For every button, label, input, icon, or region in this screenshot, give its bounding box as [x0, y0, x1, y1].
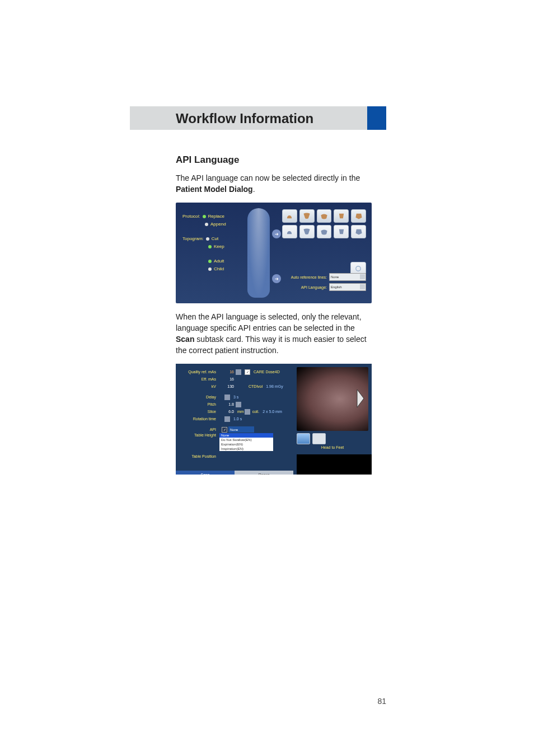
scan-preview-panel: Head to Feet: [297, 367, 368, 449]
age-adult-label: Adult: [214, 257, 224, 265]
pmd-options-panel: Protocol: Replace Append Topogram:: [182, 213, 244, 280]
region-button[interactable]: [351, 225, 366, 238]
topogram-group: Topogram: Cut Keep: [182, 235, 244, 251]
effmas-label: Eff. mAs: [176, 377, 218, 381]
topogram-cut-radio[interactable]: [206, 237, 209, 241]
para2-post: subtask card. This way it is much easier…: [176, 335, 367, 355]
pitch-label: Pitch: [176, 402, 218, 406]
autoref-value: None: [331, 275, 339, 279]
protocol-replace-radio[interactable]: [203, 215, 206, 218]
tab-scan[interactable]: Scan: [176, 471, 235, 475]
age-child-radio[interactable]: [208, 267, 212, 271]
svg-point-0: [356, 266, 360, 271]
para2-pre: When the API language is selected, only …: [176, 312, 362, 332]
qref-spinner[interactable]: [236, 369, 241, 375]
pitch-spinner[interactable]: [236, 402, 241, 407]
page-number: 81: [377, 697, 386, 706]
age-child-label: Child: [214, 265, 224, 273]
delay-label: Delay: [176, 395, 218, 399]
region-button[interactable]: [282, 225, 297, 238]
protocol-replace-label: Replace: [208, 213, 224, 220]
svg-marker-1: [357, 389, 364, 407]
scan-tabs: Scan Recon: [176, 471, 293, 475]
region-button[interactable]: [282, 209, 297, 223]
apilang-value: English: [331, 285, 342, 289]
slice-spinner[interactable]: [245, 409, 250, 415]
api-dropdown-list: None Do Not Swallow(EN) Expiration(EN) I…: [219, 433, 273, 451]
api-label: API: [176, 428, 218, 431]
body-model-icon[interactable]: [247, 208, 270, 298]
para2-bold: Scan: [176, 335, 194, 344]
intro-bold: Patient Model Dialog: [176, 185, 253, 194]
header-accent-box: [367, 106, 386, 130]
qref-label: Quality ref. mAs: [176, 370, 218, 374]
topogram-keep-radio[interactable]: [208, 245, 212, 248]
delay-value: 3 s: [233, 395, 238, 399]
tablepos-label: Table Position: [176, 454, 218, 458]
topogram-keep-label: Keep: [214, 243, 224, 251]
kv-label: kV: [176, 384, 218, 388]
para2: When the API language is selected, only …: [176, 311, 372, 356]
region-button[interactable]: [351, 209, 366, 223]
autoref-label: Auto reference lines:: [291, 275, 327, 279]
intro-text-pre: The API language can now be selected dir…: [176, 173, 360, 182]
orientation-icon-2[interactable]: [312, 433, 326, 444]
age-group: Adult Child: [182, 257, 244, 273]
pmd-dropdowns: Auto reference lines: None API Language:…: [291, 273, 366, 291]
coll-label: coll.: [252, 410, 259, 414]
figure-patient-model-dialog: Protocol: Replace Append Topogram:: [176, 203, 372, 303]
protocol-append-radio[interactable]: [205, 223, 208, 226]
delay-spinner[interactable]: [224, 395, 230, 400]
rot-value: 1.0 s: [233, 417, 242, 421]
tableheight-label: Table Height: [176, 433, 218, 437]
api-select[interactable]: None: [228, 426, 254, 433]
orientation-icon-1[interactable]: [297, 433, 310, 444]
tab-recon[interactable]: Recon: [235, 471, 293, 475]
api-option-inspiration[interactable]: Inspiration(EN): [219, 447, 273, 451]
scan-params-panel: Quality ref. mAs 16 ✓ CARE Dose4D Eff. m…: [176, 364, 293, 475]
region-button[interactable]: [317, 209, 332, 223]
kv-value[interactable]: 130: [218, 384, 235, 388]
api-select-value: None: [230, 428, 238, 431]
region-button[interactable]: [334, 225, 349, 238]
qref-value[interactable]: 16: [218, 370, 235, 374]
pitch-value[interactable]: 1.8: [218, 402, 235, 406]
play-icon[interactable]: [355, 387, 366, 410]
chapter-header-bar: Workflow Information: [130, 106, 386, 130]
arrow-right-icon[interactable]: ➔: [272, 229, 281, 238]
scan-black-strip: [297, 454, 372, 475]
api-option-donotswallow[interactable]: Do Not Swallow(EN): [219, 438, 273, 442]
api-checkbox[interactable]: ✓: [222, 427, 227, 433]
region-button[interactable]: [299, 209, 315, 223]
content-column: API Language The API language can now be…: [176, 154, 372, 482]
region-button[interactable]: [299, 225, 315, 238]
scan-subtask-card: Quality ref. mAs 16 ✓ CARE Dose4D Eff. m…: [176, 364, 372, 475]
protocol-label: Protocol:: [182, 213, 200, 220]
protocol-append-label: Append: [210, 220, 226, 228]
age-adult-radio[interactable]: [208, 260, 212, 263]
figure-scan-card: Quality ref. mAs 16 ✓ CARE Dose4D Eff. m…: [176, 364, 372, 475]
topogram-label: Topogram:: [182, 235, 204, 243]
scan-preview-image: [297, 367, 368, 431]
effmas-value: 16: [218, 377, 235, 381]
apilang-label: API Language:: [301, 285, 327, 289]
autoref-select[interactable]: None: [329, 273, 366, 281]
slice-value[interactable]: 6.0: [218, 410, 235, 414]
topogram-cut-label: Cut: [212, 235, 218, 243]
api-option-expiration[interactable]: Expiration(EN): [219, 442, 273, 447]
apilang-select[interactable]: English: [329, 283, 366, 291]
intro-text-post: .: [253, 185, 255, 194]
slice-unit: mm: [237, 410, 244, 414]
region-button[interactable]: [317, 225, 332, 238]
region-button[interactable]: [334, 209, 349, 223]
api-option-none[interactable]: None: [219, 433, 273, 438]
section-heading: API Language: [176, 154, 372, 166]
chapter-title: Workflow Information: [176, 111, 313, 126]
rot-spinner[interactable]: [224, 416, 230, 422]
slice-label: Slice: [176, 410, 218, 414]
caredose-label: CARE Dose4D: [254, 370, 280, 374]
arrow-right-icon[interactable]: ➔: [272, 274, 281, 283]
rot-label: Rotation time: [176, 417, 218, 421]
caredose-checkbox[interactable]: ✓: [245, 369, 250, 375]
orientation-label: Head to Feet: [297, 445, 368, 449]
